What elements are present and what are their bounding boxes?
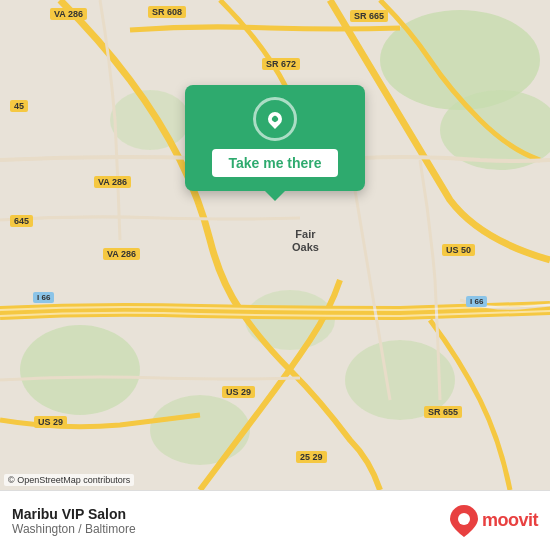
take-me-there-button[interactable]: Take me there <box>212 149 337 177</box>
moovit-logo: moovit <box>450 505 538 537</box>
road-label-sr665: SR 665 <box>350 10 388 22</box>
road-label-sr655: SR 655 <box>424 406 462 418</box>
svg-point-3 <box>20 325 140 415</box>
fair-oaks-label: FairOaks <box>292 228 319 254</box>
road-label-i66-1: I 66 <box>33 292 54 303</box>
road-label-va645: 645 <box>10 215 33 227</box>
footer-title: Maribu VIP Salon <box>12 506 136 522</box>
svg-point-5 <box>150 395 250 465</box>
road-label-us29-1: US 29 <box>222 386 255 398</box>
footer-info: Maribu VIP Salon Washington / Baltimore <box>12 506 136 536</box>
footer: Maribu VIP Salon Washington / Baltimore … <box>0 490 550 550</box>
road-label-us29-2: US 29 <box>34 416 67 428</box>
road-label-va286-3: VA 286 <box>103 248 140 260</box>
road-label-va45: 45 <box>10 100 28 112</box>
osm-attribution: © OpenStreetMap contributors <box>4 474 134 486</box>
pin-icon <box>253 97 297 141</box>
pin-marker <box>265 109 285 129</box>
road-label-us50: US 50 <box>442 244 475 256</box>
popup-card: Take me there <box>185 85 365 191</box>
map-container: VA 286 SR 608 SR 665 45 VA 286 SR 672 64… <box>0 0 550 490</box>
svg-point-8 <box>458 513 470 525</box>
svg-point-7 <box>110 90 190 150</box>
road-label-va286-1: VA 286 <box>50 8 87 20</box>
footer-subtitle: Washington / Baltimore <box>12 522 136 536</box>
road-label-va286-2: VA 286 <box>94 176 131 188</box>
moovit-pin-icon <box>450 505 478 537</box>
road-label-us29-3: 25 29 <box>296 451 327 463</box>
road-label-sr608: SR 608 <box>148 6 186 18</box>
road-label-sr672: SR 672 <box>262 58 300 70</box>
moovit-text: moovit <box>482 510 538 531</box>
road-label-i66-2: I 66 <box>466 296 487 307</box>
